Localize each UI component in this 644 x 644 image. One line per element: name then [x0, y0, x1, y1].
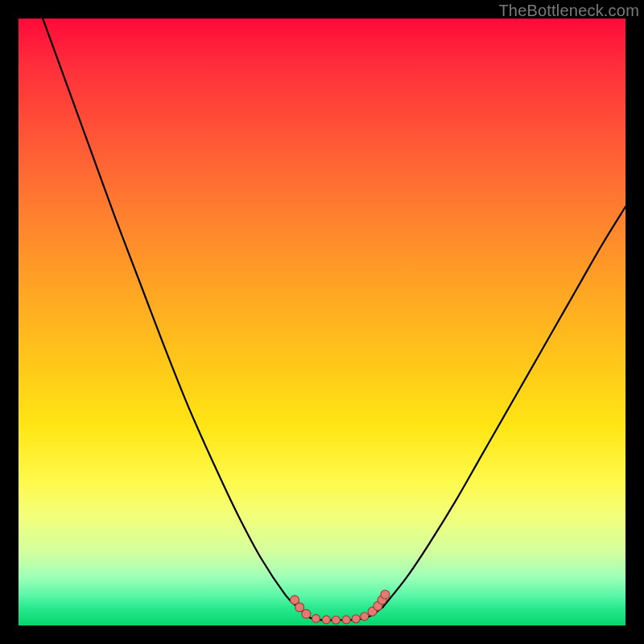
curve-left-arm [43, 19, 298, 607]
floor-dot [302, 609, 311, 618]
floor-dot [361, 613, 369, 621]
watermark-text: TheBottleneck.com [498, 2, 639, 20]
floor-dots-group [291, 590, 390, 624]
floor-dot [295, 603, 304, 612]
floor-dot [352, 615, 360, 623]
floor-dot [332, 616, 340, 624]
floor-dot [312, 614, 320, 622]
curve-right-arm [382, 207, 625, 608]
floor-dot [342, 616, 350, 624]
floor-dot [381, 590, 390, 599]
chart-frame: TheBottleneck.com [0, 0, 644, 644]
floor-dot [322, 616, 330, 624]
chart-overlay [19, 19, 625, 625]
